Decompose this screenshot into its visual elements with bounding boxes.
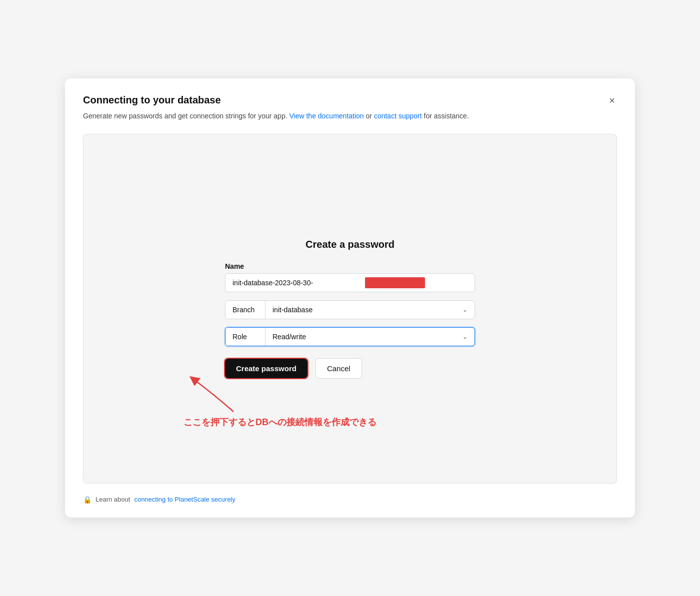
role-select-row[interactable]: Role Read/write ⌄ (225, 327, 475, 346)
branch-select-row[interactable]: Branch init-database ⌄ (225, 300, 475, 319)
redacted-value (365, 277, 425, 288)
footer-prefix: Learn about (96, 496, 130, 503)
branch-form-group: Branch init-database ⌄ (225, 300, 475, 319)
form-container: Create a password Name Branch init-datab… (225, 239, 475, 379)
branch-value: init-database (272, 306, 312, 314)
name-label: Name (225, 262, 475, 270)
modal-content-box: Create a password Name Branch init-datab… (83, 134, 617, 484)
annotation-text: ここを押下するとDBへの接続情報を作成できる (184, 416, 376, 428)
role-select-control[interactable]: Read/write ⌄ (266, 328, 474, 346)
annotation-container: ここを押下するとDBへの接続情報を作成できる (184, 374, 376, 428)
modal-title: Connecting to your database (83, 94, 221, 106)
annotation-arrow-svg (184, 374, 244, 414)
contact-support-link[interactable]: contact support (374, 112, 422, 120)
modal-footer: 🔒 Learn about connecting to PlanetScale … (83, 496, 617, 504)
lock-icon: 🔒 (83, 496, 92, 504)
branch-select-control[interactable]: init-database ⌄ (266, 301, 474, 319)
branch-chevron-icon: ⌄ (462, 306, 468, 313)
name-form-group: Name (225, 262, 475, 292)
name-input[interactable] (225, 273, 475, 292)
modal-description: Generate new passwords and get connectio… (83, 110, 617, 121)
modal-container: Connecting to your database × Generate n… (65, 78, 635, 517)
role-value: Read/write (272, 333, 306, 341)
name-input-wrapper (225, 273, 475, 292)
footer-link[interactable]: connecting to PlanetScale securely (134, 496, 235, 503)
form-title: Create a password (306, 239, 394, 250)
role-form-group: Role Read/write ⌄ (225, 327, 475, 346)
role-chevron-icon: ⌄ (462, 333, 468, 340)
close-button[interactable]: × (607, 94, 617, 106)
view-documentation-link[interactable]: View the documentation (289, 112, 364, 120)
branch-label: Branch (226, 301, 266, 319)
role-label: Role (226, 328, 266, 346)
modal-header: Connecting to your database × (83, 94, 617, 106)
description-prefix: Generate new passwords and get connectio… (83, 112, 288, 120)
